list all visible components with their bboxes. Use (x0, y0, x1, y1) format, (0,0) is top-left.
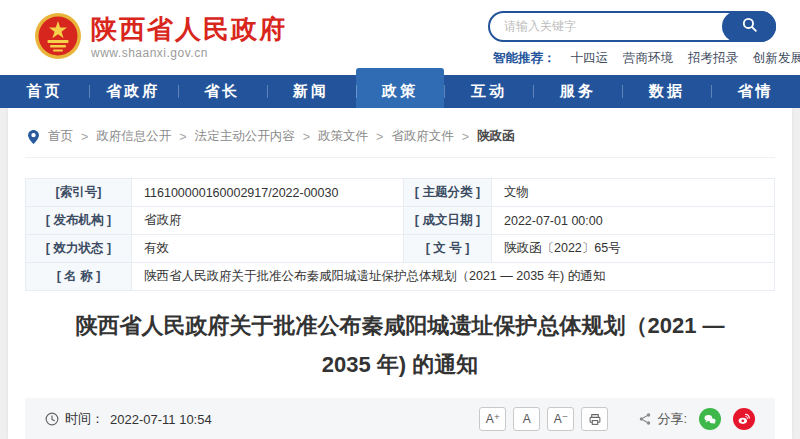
share-nodes-icon (638, 412, 652, 426)
meta-table-row-2: [ 发布机构 ]省政府[ 成文日期 ]2022-07-01 00:00 (26, 207, 775, 235)
nav-item-4[interactable]: 新闻 (267, 75, 356, 108)
search-icon (741, 16, 758, 36)
smart-recommend: 智能推荐： 十四运营商环境招考招录创新发展 (488, 50, 776, 67)
location-pin-icon (27, 129, 40, 145)
site-url: www.shaanxi.gov.cn (91, 46, 287, 60)
print-button[interactable] (581, 407, 608, 431)
meta-value: 省政府 (132, 207, 404, 235)
breadcrumb-items: 首页>政府信息公开>法定主动公开内容>政策文件>省政府文件>陕政函 (48, 128, 515, 145)
nav-item-1[interactable]: 首页 (0, 75, 89, 108)
site-logo: 陕西省人民政府 www.shaanxi.gov.cn (34, 12, 287, 64)
nav-item-9[interactable]: 省情 (711, 75, 800, 108)
site-name: 陕西省人民政府 (91, 15, 287, 44)
meta-label: [索引号] (26, 179, 132, 207)
breadcrumb: 首页>政府信息公开>法定主动公开内容>政策文件>省政府文件>陕政函 (25, 108, 775, 158)
font-size-buttons: A⁺AA⁻ (472, 407, 574, 431)
meta-table-row-1: [索引号]116100000160002917/2022-00030[ 主题分类… (26, 179, 775, 207)
national-emblem-icon (34, 12, 82, 64)
article-title: 陕西省人民政府关于批准公布秦咸阳城遗址保护总体规划（2021 — 2035 年)… (55, 307, 745, 384)
breadcrumb-item-4[interactable]: 政策文件 (318, 128, 368, 145)
breadcrumb-item-3[interactable]: 法定主动公开内容 (195, 128, 295, 145)
breadcrumb-item-2[interactable]: 政府信息公开 (96, 128, 171, 145)
time-value: 2022-07-11 10:54 (110, 412, 212, 427)
breadcrumb-item-6: 陕政函 (477, 128, 515, 145)
meta-value: 陕西省人民政府关于批准公布秦咸阳城遗址保护总体规划（2021 — 2035 年)… (132, 263, 775, 291)
meta-label: [ 名 称 ] (26, 263, 132, 291)
meta-label: [ 成文日期 ] (404, 207, 492, 235)
wechat-icon (703, 413, 717, 426)
recommend-links: 十四运营商环境招考招录创新发展 (571, 50, 800, 67)
breadcrumb-separator: > (376, 130, 383, 144)
search-box (488, 11, 776, 42)
content-card: 首页>政府信息公开>法定主动公开内容>政策文件>省政府文件>陕政函 [索引号]1… (8, 108, 792, 439)
share-label: 分享: (657, 410, 687, 428)
article-toolbar: 时间： 2022-07-11 10:54 A⁺AA⁻ (25, 398, 775, 439)
breadcrumb-separator: > (81, 130, 88, 144)
meta-label: [ 文 号 ] (404, 235, 492, 263)
page-body: 首页>政府信息公开>法定主动公开内容>政策文件>省政府文件>陕政函 [索引号]1… (0, 108, 800, 439)
share-group: 分享: (638, 408, 755, 430)
meta-table-body: [索引号]116100000160002917/2022-00030[ 主题分类… (26, 179, 775, 291)
recommend-link-2[interactable]: 营商环境 (623, 50, 673, 67)
meta-label: [ 主题分类 ] (404, 179, 492, 207)
recommend-link-4[interactable]: 创新发展 (753, 50, 800, 67)
meta-label: [ 发布机构 ] (26, 207, 132, 235)
meta-value: 有效 (132, 235, 404, 263)
publish-time: 时间： 2022-07-11 10:54 (45, 410, 212, 428)
time-label: 时间： (65, 410, 104, 428)
nav-item-2[interactable]: 省政府 (89, 75, 178, 108)
breadcrumb-separator: > (462, 130, 469, 144)
nav-item-8[interactable]: 数据 (622, 75, 711, 108)
nav-item-6[interactable]: 互动 (444, 75, 533, 108)
font-increase-button[interactable]: A⁺ (479, 407, 506, 431)
nav-item-7[interactable]: 服务 (533, 75, 622, 108)
meta-value: 文物 (492, 179, 775, 207)
breadcrumb-separator: > (179, 130, 186, 144)
weibo-icon (737, 412, 751, 426)
meta-value: 2022-07-01 00:00 (492, 207, 775, 235)
recommend-link-1[interactable]: 十四运 (571, 50, 609, 67)
nav-item-5[interactable]: 政策 (356, 68, 445, 108)
smart-recommend-label: 智能推荐： (493, 50, 556, 67)
site-header: 陕西省人民政府 www.shaanxi.gov.cn 智能推荐： 十四运营商环境… (0, 0, 800, 75)
printer-icon (588, 413, 602, 426)
font-decrease-button[interactable]: A⁻ (547, 407, 574, 431)
breadcrumb-item-1[interactable]: 首页 (48, 128, 73, 145)
meta-table-row-3: [ 效力状态 ]有效[ 文 号 ]陕政函〔2022〕65号 (26, 235, 775, 263)
meta-value: 陕政函〔2022〕65号 (492, 235, 775, 263)
search-area: 智能推荐： 十四运营商环境招考招录创新发展 (488, 9, 776, 67)
toolbar-actions: A⁺AA⁻ 分享: (472, 407, 755, 431)
weibo-share-button[interactable] (733, 408, 755, 430)
recommend-link-3[interactable]: 招考招录 (688, 50, 738, 67)
meta-value: 116100000160002917/2022-00030 (132, 179, 404, 207)
meta-table: [索引号]116100000160002917/2022-00030[ 主题分类… (25, 178, 775, 291)
search-button[interactable] (722, 11, 776, 42)
main-nav: 首页省政府省长新闻政策互动服务数据省情 (0, 75, 800, 108)
breadcrumb-item-5[interactable]: 省政府文件 (391, 128, 454, 145)
nav-item-3[interactable]: 省长 (178, 75, 267, 108)
font-reset-button[interactable]: A (513, 407, 540, 431)
search-input[interactable] (490, 13, 710, 40)
meta-table-row-name: [ 名 称 ]陕西省人民政府关于批准公布秦咸阳城遗址保护总体规划（2021 — … (26, 263, 775, 291)
wechat-share-button[interactable] (699, 408, 721, 430)
breadcrumb-separator: > (303, 130, 310, 144)
meta-label: [ 效力状态 ] (26, 235, 132, 263)
clock-icon (45, 412, 59, 426)
